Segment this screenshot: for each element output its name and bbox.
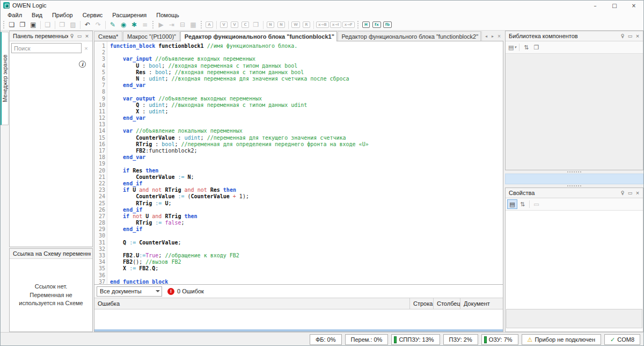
- window-position-icon[interactable]: ▭: [626, 32, 634, 40]
- code-line: Q : udint; //выходная переменная с типом…: [110, 102, 503, 109]
- document-tab-1[interactable]: Схема*: [94, 31, 122, 41]
- menu-item-3[interactable]: Прибор: [47, 11, 78, 19]
- document-tab-3[interactable]: Редактор функционального блока "function…: [180, 31, 337, 41]
- start-simulation-icon[interactable]: ▶: [156, 20, 166, 30]
- device-node-icon[interactable]: ⊟: [177, 20, 188, 30]
- menu-bar: ФайлВидПриборСервисРасширенияПомощь: [1, 10, 643, 19]
- document-tab-2[interactable]: Макрос "(Pt1000)": [123, 31, 180, 41]
- tab-close-icon[interactable]: ×: [496, 34, 502, 39]
- toolbar-grip[interactable]: [357, 21, 358, 28]
- close-panel-icon[interactable]: ×: [634, 32, 641, 40]
- line-number: 20: [94, 168, 105, 174]
- errors-column-header-3[interactable]: Столбец: [433, 298, 460, 309]
- variables-list-icon[interactable]: ≡: [140, 20, 150, 30]
- docked-selection-band[interactable]: [505, 174, 643, 184]
- pin-icon[interactable]: ♀: [619, 189, 626, 197]
- errors-table-body[interactable]: [94, 309, 503, 329]
- variables-panel-title: Панель переменных: [13, 33, 68, 39]
- st-code-editor[interactable]: 1234567891011121314151617181920212223242…: [94, 41, 503, 285]
- window-position-icon[interactable]: ▭: [76, 32, 83, 40]
- toolbar-grip[interactable]: [201, 21, 202, 28]
- st-function-editor-icon[interactable]: fx: [371, 20, 382, 30]
- line-number: 27: [94, 213, 105, 220]
- preview-icon[interactable]: ◉: [118, 20, 129, 30]
- redo-icon[interactable]: ↷: [93, 20, 104, 30]
- errors-column-header-2[interactable]: Строка: [409, 298, 433, 309]
- conv-to-float-block-icon[interactable]: x→F: [342, 20, 355, 30]
- errors-column-header-4[interactable]: Документ: [460, 298, 503, 309]
- input-w-block-icon[interactable]: W: [290, 20, 301, 30]
- paste-icon[interactable]: ▨: [68, 20, 78, 30]
- properties-grid[interactable]: [506, 211, 643, 308]
- line-number: 5: [94, 69, 105, 76]
- write-to-device-icon[interactable]: ⇥: [166, 20, 177, 30]
- toolbar-grip[interactable]: [152, 21, 153, 28]
- alphabetical-sort-icon[interactable]: ⇅: [517, 199, 528, 209]
- tab-scroll-right-icon[interactable]: ▸: [489, 34, 496, 39]
- output-r-block-icon[interactable]: R: [301, 20, 312, 30]
- minimize-button[interactable]: –: [586, 1, 605, 10]
- const-block-icon[interactable]: C: [240, 20, 251, 30]
- close-button[interactable]: ×: [624, 1, 643, 10]
- property-pages-icon[interactable]: ▭: [531, 199, 541, 209]
- open-project-icon[interactable]: ❐: [17, 20, 28, 30]
- menu-item-6[interactable]: Помощь: [151, 11, 184, 19]
- library-content[interactable]: [506, 54, 643, 170]
- maximize-button[interactable]: □: [605, 1, 624, 10]
- variables-list-area[interactable]: i: [10, 54, 92, 247]
- code-line: N : udint; //входная переменная для знач…: [110, 76, 503, 82]
- close-panel-icon[interactable]: ×: [634, 189, 641, 197]
- menu-item-4[interactable]: Сервис: [78, 11, 108, 19]
- conv-to-bool-block-icon[interactable]: x→B: [316, 20, 330, 30]
- close-panel-icon[interactable]: ×: [83, 32, 91, 40]
- usage-bar-icon: [484, 336, 487, 343]
- bottom-splitter[interactable]: [94, 329, 503, 331]
- menu-item-1[interactable]: Файл: [3, 11, 27, 19]
- menu-item-5[interactable]: Расширения: [107, 11, 151, 19]
- documents-filter-combobox[interactable]: Все документы: [97, 286, 162, 297]
- code-line: RTrig : bool; //переменная для определен…: [110, 141, 503, 148]
- code-line: [110, 246, 503, 253]
- print-icon[interactable]: ❑: [42, 20, 53, 30]
- toolbar-separator: [313, 21, 314, 29]
- variables-upload-icon[interactable]: ✎: [107, 20, 118, 30]
- memory-grid-icon[interactable]: ▦: [188, 20, 199, 30]
- sort-icon[interactable]: ⇅: [521, 42, 531, 52]
- new-document-icon[interactable]: ❏: [6, 20, 17, 30]
- save-project-icon[interactable]: ▣: [28, 20, 39, 30]
- errors-column-header-1[interactable]: Ошибка: [94, 298, 409, 309]
- fb-editor-icon[interactable]: fb: [382, 20, 393, 30]
- window-position-icon[interactable]: ▭: [626, 189, 634, 197]
- undo-icon[interactable]: ↶: [82, 20, 93, 30]
- categorized-view-icon[interactable]: ▤: [507, 199, 517, 209]
- search-input[interactable]: [11, 43, 82, 53]
- macro-block-icon[interactable]: H: [361, 20, 371, 30]
- code-line: Q := CounterValue;: [110, 240, 503, 246]
- input-n-block-icon[interactable]: N: [265, 20, 276, 30]
- output-n-block-icon[interactable]: N: [276, 20, 287, 30]
- open-folder-icon[interactable]: ❐: [531, 42, 541, 52]
- pin-icon[interactable]: ♀: [68, 32, 76, 40]
- conv-to-int-block-icon[interactable]: x→I: [330, 20, 342, 30]
- schema-link-empty-text: Ссылок нет. Переменная не используется н…: [17, 283, 85, 308]
- info-icon[interactable]: i: [79, 61, 86, 68]
- input-v-block-icon[interactable]: V: [218, 20, 229, 30]
- clock-block-icon[interactable]: A: [204, 20, 215, 30]
- combobox-dropdown-button[interactable]: [153, 287, 162, 296]
- output-v-block-icon[interactable]: V: [229, 20, 240, 30]
- copy-icon[interactable]: ❒: [57, 20, 68, 30]
- right-column: Библиотека компонентов ♀ ▭ × ▤▾ ⇅ ❐ Сво: [505, 31, 643, 332]
- code-line: end_if: [110, 181, 503, 187]
- clear-search-icon[interactable]: ×: [82, 43, 91, 53]
- menu-item-2[interactable]: Вид: [27, 11, 47, 19]
- delay-block-icon[interactable]: ❒: [251, 20, 261, 30]
- screen-manager-tab[interactable]: Менеджер экранов: [1, 32, 9, 125]
- pin-icon[interactable]: ♀: [619, 32, 626, 40]
- project-settings-icon[interactable]: ✱: [129, 20, 140, 30]
- tab-scroll-left-icon[interactable]: ◂: [483, 34, 489, 39]
- document-tab-4[interactable]: Редактор функционального блока "function…: [338, 31, 481, 41]
- view-mode-icon[interactable]: ▤▾: [507, 42, 517, 52]
- toolbar-grip[interactable]: [3, 21, 4, 28]
- status-item-6: ⚠Прибор не подключен: [522, 334, 601, 345]
- code-area[interactable]: function_block functionblock1 //имя функ…: [107, 41, 503, 284]
